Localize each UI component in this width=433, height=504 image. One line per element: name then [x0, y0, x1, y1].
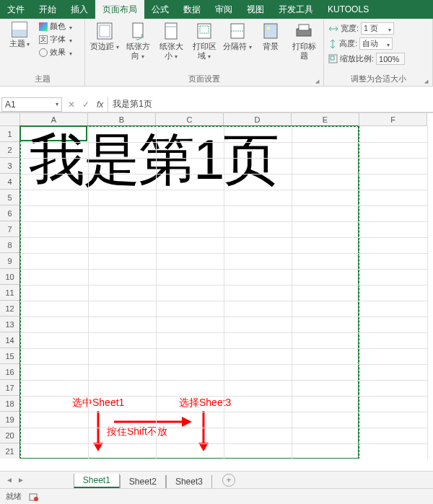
themes-label: 主题: [9, 39, 25, 48]
tab-页面布局[interactable]: 页面布局: [95, 0, 144, 19]
gridline-h: [20, 301, 427, 301]
enter-icon[interactable]: ✓: [82, 100, 89, 110]
gridline-h: [20, 348, 427, 349]
print-area-button[interactable]: 打印区域 ▾: [188, 20, 221, 61]
gridline-h: [20, 205, 427, 206]
col-header-C[interactable]: C: [156, 113, 224, 126]
tab-插入[interactable]: 插入: [64, 0, 95, 19]
row-header-7[interactable]: 7: [0, 221, 20, 237]
col-header-B[interactable]: B: [88, 113, 156, 126]
gridline-h: [20, 412, 427, 412]
scale-input[interactable]: 100%: [376, 53, 405, 65]
row-header-18[interactable]: 18: [0, 396, 20, 412]
row-header-13[interactable]: 13: [0, 317, 20, 332]
col-header-A[interactable]: A: [20, 113, 88, 126]
arrow-down-1: [91, 411, 105, 453]
tab-公式[interactable]: 公式: [144, 0, 176, 19]
svg-marker-20: [182, 417, 192, 427]
gridline-h: [20, 253, 427, 254]
breaks-button[interactable]: 分隔符 ▾: [221, 20, 254, 52]
scale-width-row: 宽度: 1 页: [327, 22, 406, 35]
row-header-11[interactable]: 11: [0, 285, 20, 301]
size-button[interactable]: 纸张大小 ▾: [154, 20, 188, 61]
gridline-h: [20, 380, 427, 381]
new-sheet-button[interactable]: +: [222, 474, 235, 487]
height-select[interactable]: 自动: [359, 37, 393, 50]
print-titles-button[interactable]: 打印标题: [287, 20, 320, 61]
grid: ABCDEF 123456789101112131415161718192021…: [0, 112, 433, 459]
select-all-corner[interactable]: [0, 113, 20, 126]
orientation-button[interactable]: 纸张方向 ▾: [121, 20, 154, 61]
orientation-label: 纸张方向: [126, 42, 150, 60]
themes-icon: [12, 22, 27, 37]
tab-KUTOOLS[interactable]: KUTOOLS: [320, 0, 376, 19]
gridline-h: [20, 142, 427, 143]
row-header-20[interactable]: 20: [0, 428, 20, 443]
group-label-scale[interactable]: 调整为合适大小: [327, 72, 429, 86]
gridline-h: [20, 317, 427, 317]
row-header-5[interactable]: 5: [0, 190, 20, 205]
color-icon: [39, 22, 48, 31]
theme-fonts-button[interactable]: 文字体: [38, 33, 74, 45]
row-header-15[interactable]: 15: [0, 348, 20, 364]
row-header-12[interactable]: 12: [0, 301, 20, 317]
scale-height-row: 高度: 自动: [327, 37, 406, 50]
row-header-14[interactable]: 14: [0, 332, 20, 348]
row-header-8[interactable]: 8: [0, 237, 20, 253]
row-header-9[interactable]: 9: [0, 253, 20, 269]
sheet-tab-Sheet1[interactable]: Sheet1: [74, 474, 120, 489]
macro-record-icon[interactable]: [29, 492, 39, 502]
row-header-3[interactable]: 3: [0, 158, 20, 174]
sheet-tab-Sheet3[interactable]: Sheet3: [166, 475, 212, 489]
width-value: 1 页: [364, 23, 378, 34]
row-header-10[interactable]: 10: [0, 269, 20, 285]
ribbon-tabs: 文件开始插入页面布局公式数据审阅视图开发工具KUTOOLS: [0, 0, 433, 19]
col-header-D[interactable]: D: [224, 113, 292, 126]
height-value: 自动: [362, 38, 378, 49]
sheet-nav-prev[interactable]: ◄: [6, 476, 13, 484]
tab-文件[interactable]: 文件: [0, 0, 32, 19]
scale-label: 缩放比例:: [340, 53, 374, 64]
margins-button[interactable]: 页边距 ▾: [88, 20, 121, 52]
group-label-themes: 主题: [3, 72, 82, 86]
tab-视图[interactable]: 视图: [240, 0, 271, 19]
theme-effects-button[interactable]: 效果: [38, 46, 74, 58]
col-header-F[interactable]: F: [359, 113, 427, 126]
gridline-h: [20, 221, 427, 222]
row-header-21[interactable]: 21: [0, 443, 20, 459]
sheet-tab-Sheet2[interactable]: Sheet2: [120, 475, 166, 489]
row-header-19[interactable]: 19: [0, 412, 20, 428]
tab-数据[interactable]: 数据: [176, 0, 208, 19]
height-label: 高度:: [339, 38, 357, 49]
group-label-page-setup[interactable]: 页面设置: [88, 72, 320, 86]
row-header-2[interactable]: 2: [0, 142, 20, 158]
tab-开发工具[interactable]: 开发工具: [271, 0, 320, 19]
formula-input[interactable]: 我是第1页: [108, 97, 433, 112]
width-select[interactable]: 1 页: [361, 22, 394, 35]
row-header-17[interactable]: 17: [0, 380, 20, 396]
fx-button[interactable]: fx: [97, 100, 103, 110]
row-header-1[interactable]: 1: [0, 126, 20, 142]
theme-colors-button[interactable]: 颜色: [38, 20, 74, 32]
row-header-16[interactable]: 16: [0, 364, 20, 380]
name-box[interactable]: A1▾: [1, 97, 62, 112]
sheet-tabs: Sheet1Sheet2Sheet3: [74, 472, 212, 488]
themes-button[interactable]: 主题 ▾: [3, 20, 36, 49]
gridline-h: [20, 190, 427, 190]
background-button[interactable]: 背景: [254, 20, 287, 51]
print-titles-label: 打印标题: [292, 42, 316, 60]
theme-effects-label: 效果: [50, 47, 66, 58]
svg-point-10: [267, 27, 270, 30]
sheet-nav-next[interactable]: ►: [17, 476, 25, 484]
tab-审阅[interactable]: 审阅: [208, 0, 240, 19]
cancel-icon[interactable]: ✕: [68, 100, 75, 110]
breaks-label: 分隔符: [223, 42, 247, 50]
formula-value: 我是第1页: [113, 98, 152, 110]
tab-开始[interactable]: 开始: [32, 0, 64, 19]
col-header-E[interactable]: E: [292, 113, 359, 126]
row-header-6[interactable]: 6: [0, 205, 20, 221]
sheet-nav: ◄ ►: [0, 476, 30, 484]
row-header-4[interactable]: 4: [0, 174, 20, 190]
svg-rect-14: [331, 56, 334, 60]
gridline-v: [88, 126, 89, 459]
